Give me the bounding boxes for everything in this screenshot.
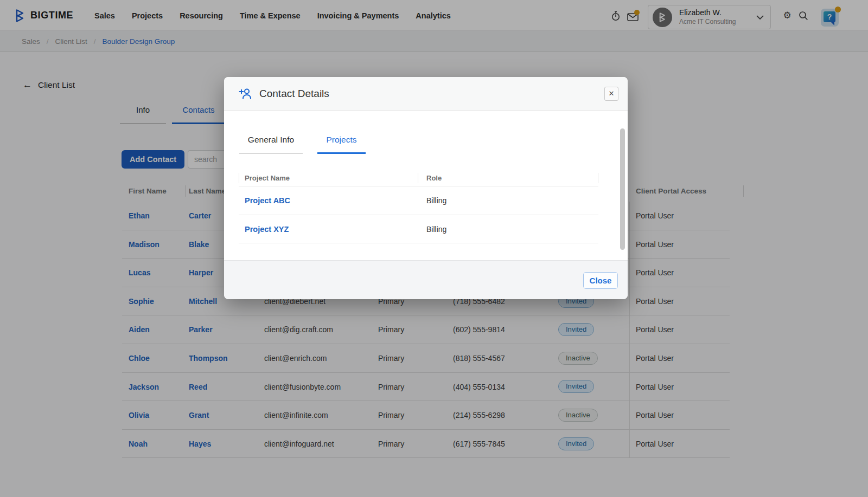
close-button[interactable]: Close [583,272,618,289]
column-divider [239,173,239,183]
close-icon[interactable]: ✕ [604,87,618,101]
modal-table-header: Project Name Role [239,170,598,186]
modal-footer: Close [224,260,628,299]
role-cell: Billing [426,186,446,215]
column-header-project-name[interactable]: Project Name [245,170,290,186]
column-header-role[interactable]: Role [426,170,442,186]
tab-general-info[interactable]: General Info [239,135,303,154]
add-person-icon [239,87,253,100]
modal-title: Contact Details [259,88,329,100]
column-divider [598,173,598,183]
column-divider [418,173,418,183]
project-link[interactable]: Project ABC [245,186,290,215]
tab-projects[interactable]: Projects [317,135,366,154]
role-cell: Billing [426,215,446,244]
table-row: Project ABCBilling [239,186,598,215]
modal-table-rows: Project ABCBillingProject XYZBilling [239,186,598,243]
screen: BIGTIME Sales Projects Resourcing Time &… [0,0,868,497]
contact-details-modal: Contact Details ✕ General Info Projects … [224,77,628,299]
modal-scrollbar[interactable] [620,128,625,250]
project-link[interactable]: Project XYZ [245,215,289,244]
table-row: Project XYZBilling [239,215,598,244]
modal-tabs: General Info Projects [239,135,366,154]
modal-header: Contact Details ✕ [224,77,628,111]
